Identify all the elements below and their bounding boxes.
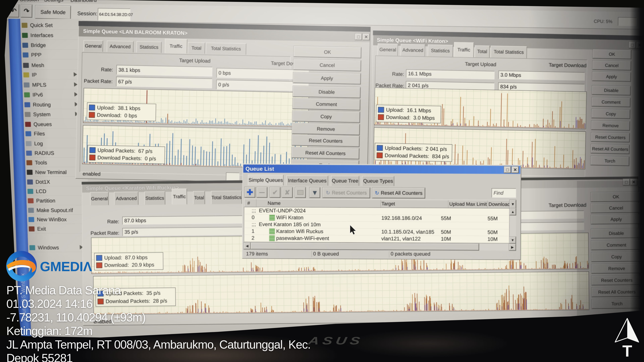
svg-text:T: T — [622, 342, 632, 359]
svg-text:GMEDIΛ: GMEDIΛ — [40, 259, 92, 274]
